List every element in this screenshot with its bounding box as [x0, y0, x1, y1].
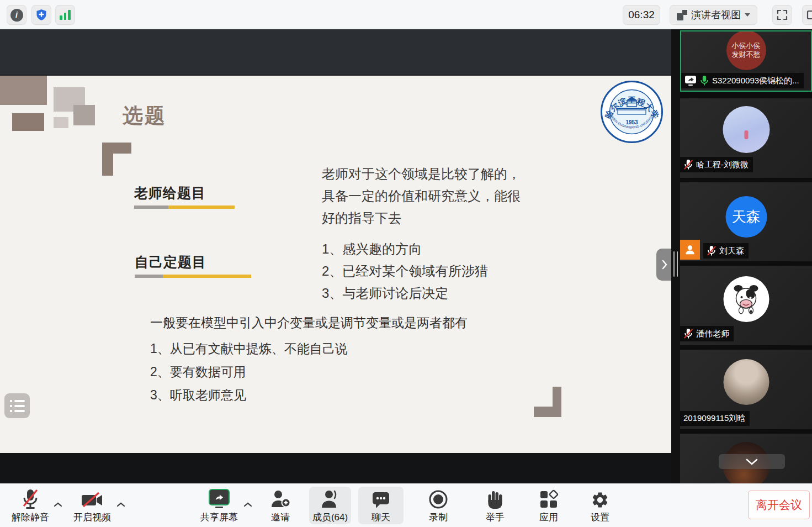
cow-avatar-icon [730, 283, 763, 316]
meeting-info-button[interactable]: i [7, 5, 26, 25]
participant-tile[interactable]: 潘伟老师 [680, 266, 812, 345]
mic-muted-icon [20, 488, 40, 509]
meeting-timer: 06:32 [623, 5, 660, 25]
shared-screen-stage: 选题 哈尔滨工程大学 19 [0, 29, 671, 483]
mic-muted-icon [683, 328, 693, 339]
mic-on-icon [699, 75, 709, 86]
participant-name: 刘天森 [719, 246, 744, 256]
slide-bottom-list: 1、从已有文献中提炼、不能自己说 2、要有数据可用 3、听取老师意见 [150, 337, 348, 407]
slide-heading-own-topic: 自己定题目 [135, 253, 206, 271]
chevron-down-icon [745, 13, 750, 17]
avatar [723, 359, 769, 405]
view-mode-label: 演讲者视图 [691, 8, 741, 22]
mic-muted-icon [707, 245, 717, 256]
slide-decoration [54, 117, 68, 128]
stage-top-band [0, 29, 671, 76]
slide-decoration [73, 105, 95, 125]
share-screen-icon [209, 489, 230, 505]
list-icon [10, 400, 25, 402]
participant-tile[interactable]: 天森 刘天森 [680, 182, 812, 261]
svg-text:1953: 1953 [625, 119, 638, 125]
participants-sidebar: 小侯小侯 发财不愁 S322090093侯锦松的... [680, 29, 812, 483]
underline-decoration [168, 205, 235, 209]
fullscreen-icon [776, 9, 788, 21]
corner-bracket-decoration [102, 143, 113, 176]
slide-title: 选题 [123, 102, 167, 130]
leave-meeting-button[interactable]: 离开会议 [748, 491, 810, 519]
share-screen-button[interactable]: 共享屏幕 [189, 487, 250, 524]
fullscreen-button[interactable] [772, 5, 792, 25]
avatar: 天森 [725, 196, 767, 238]
audio-options-chevron[interactable] [54, 499, 62, 509]
slide-decoration [12, 113, 44, 131]
window-mode-button[interactable] [802, 5, 812, 25]
participant-tile[interactable]: 哈工程-刘微微 [680, 98, 812, 178]
participant-tile-active-speaker[interactable]: 小侯小侯 发财不愁 S322090093侯锦松的... [680, 30, 812, 92]
security-button[interactable] [31, 5, 51, 25]
scroll-more-participants-button[interactable] [719, 454, 785, 469]
participant-tile[interactable] [680, 434, 812, 483]
mic-muted-icon [683, 159, 693, 170]
meeting-window: i 06:32 演讲者视图 [0, 0, 812, 527]
raise-hand-button[interactable]: 举手 [465, 487, 526, 524]
record-icon [428, 489, 448, 509]
participant-name: 哈工程-刘微微 [696, 160, 749, 170]
underline-decoration [135, 275, 163, 278]
participant-name: S322090093侯锦松的... [712, 76, 799, 86]
chat-button[interactable]: 聊天 [351, 487, 411, 524]
underline-decoration [134, 205, 168, 209]
info-icon: i [10, 9, 23, 22]
underline-decoration [163, 275, 251, 278]
chevron-right-icon [661, 259, 668, 270]
participant-name: 潘伟老师 [696, 329, 729, 339]
slide-outline-button[interactable] [4, 393, 30, 418]
meeting-toolbar: 解除静音 开启视频 [0, 483, 812, 527]
invite-icon [270, 489, 291, 509]
window-icon [806, 9, 812, 21]
main-area: 选题 哈尔滨工程大学 19 [0, 29, 812, 483]
avatar: 小侯小侯 发财不愁 [726, 30, 766, 70]
drag-handle-icon [673, 251, 678, 277]
view-mode-selector[interactable]: 演讲者视图 [670, 5, 757, 25]
presentation-slide: 选题 哈尔滨工程大学 19 [0, 76, 671, 453]
corner-bracket-decoration [534, 407, 561, 417]
profile-badge [680, 240, 700, 260]
settings-button[interactable]: 设置 [570, 487, 630, 524]
university-logo: 哈尔滨工程大学 1953 HARBIN ENGINEERING UNIVERSI… [600, 80, 664, 144]
avatar [723, 106, 769, 153]
sidebar-collapse-handle[interactable] [656, 249, 673, 281]
participant-name: 2019099115刘晗 [683, 413, 745, 424]
video-options-chevron[interactable] [116, 499, 125, 509]
chevron-down-icon [746, 459, 758, 465]
camera-muted-icon [81, 491, 104, 509]
layout-icon [677, 10, 687, 20]
avatar [723, 276, 769, 322]
start-video-button[interactable]: 开启视频 [62, 487, 123, 524]
unmute-button[interactable]: 解除静音 [0, 487, 61, 524]
slide-numbered-list: 1、感兴趣的方向 2、已经对某个领域有所涉猎 3、与老师讨论后决定 [322, 238, 488, 304]
record-button[interactable]: 录制 [408, 487, 469, 524]
screen-sharing-icon [684, 75, 697, 86]
participant-tile[interactable]: 2019099115刘晗 [680, 350, 812, 429]
shield-icon [35, 8, 48, 22]
members-icon [319, 489, 341, 509]
slide-bottom-paragraph: 一般要在模型中引入中介变量或是调节变量或是两者都有 [150, 314, 468, 331]
slide-decoration [0, 76, 47, 105]
raise-hand-icon [486, 489, 504, 509]
chat-icon [371, 491, 391, 509]
apps-icon [539, 489, 559, 509]
top-bar: i 06:32 演讲者视图 [0, 0, 812, 29]
gear-icon [591, 491, 609, 509]
person-icon [684, 244, 696, 256]
slide-paragraph: 老师对于这个领域是比较了解的， 具备一定的价值和研究意义，能很 好的指导下去 [322, 163, 543, 229]
network-quality-button[interactable] [55, 5, 75, 25]
slide-heading-teacher-topic: 老师给题目 [134, 184, 206, 202]
sidebar-resize-divider[interactable] [671, 29, 680, 483]
signal-bars-icon [60, 10, 71, 20]
